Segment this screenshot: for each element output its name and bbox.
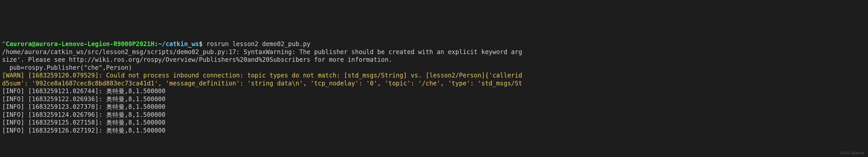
prompt-path: ~/catkin_ws [158,41,199,48]
warn-line: [WARN] [1683259120.079529]: Could not pr… [2,72,522,79]
info-line: [INFO] [1683259122.026936]: 奥特曼,8,1.5000… [2,96,165,103]
stdout-line: pub=rospy.Publisher("che",Person) [2,64,132,71]
prompt-caret: ^ [2,41,6,48]
info-line: [INFO] [1683259125.027158]: 奥特曼,8,1.5000… [2,119,165,126]
info-line: [INFO] [1683259123.027370]: 奥特曼,8,1.5000… [2,103,165,110]
terminal-output[interactable]: ^Caurora@aurora-Lenovo-Legion-R9000P2021… [0,39,868,135]
prompt-dollar: $ [199,41,203,48]
prompt-user-host: Caurora@aurora-Lenovo-Legion-R9000P2021H [6,41,154,48]
info-line: [INFO] [1683259126.027192]: 奥特曼,8,1.5000… [2,127,165,134]
info-line: [INFO] [1683259124.026796]: 奥特曼,8,1.5000… [2,111,165,119]
watermark-text: CSDN @ppsuk [840,151,864,155]
stdout-line: size'. Please see http://wiki.ros.org/ro… [2,56,392,63]
prompt-separator: : [154,41,158,48]
info-line: [INFO] [1683259121.026744]: 奥特曼,8,1.5000… [2,87,165,95]
stdout-line: /home/aurora/catkin_ws/src/lesson2_msg/s… [2,48,522,56]
command-text: rosrun lesson2 demo02_pub.py [203,41,310,48]
warn-line: d5sum': '992ce8a1687cec8c8bd883ec73ca41d… [2,80,522,87]
